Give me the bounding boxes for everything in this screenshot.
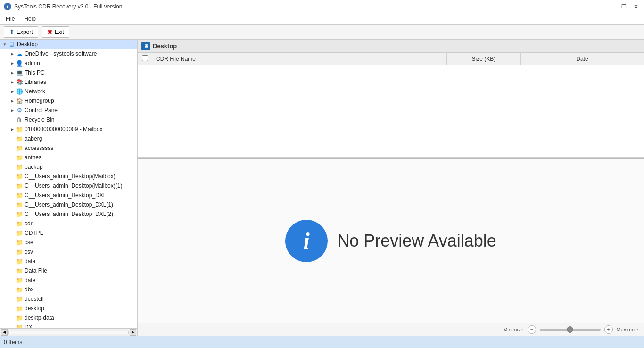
menu-help[interactable]: Help [20,15,40,23]
scroll-right-btn[interactable]: ▶ [130,329,136,336]
exit-icon: ✖ [47,28,53,36]
tree-item-cse[interactable]: 📁cse [0,238,137,247]
tree-label-anthes: anthes [25,154,41,161]
tree-label-thispc: This PC [25,69,45,76]
tree-item-cusers_mailbox1[interactable]: 📁C__Users_admin_Desktop(Mailbox)(1) [0,181,137,191]
tree-panel: 🖥Desktop☁OneDrive - systools software👤ad… [0,40,138,336]
tree-item-cusers_mailbox[interactable]: 📁C__Users_admin_Desktop(Mailbox) [0,172,137,181]
tree-item-cusers_dxl1[interactable]: 📁C__Users_admin_Desktop_DXL(1) [0,200,137,209]
zoom-bar: Minimize － ＋ Maximize [138,323,644,336]
tree-item-csv[interactable]: 📁csv [0,247,137,257]
tree-icon-aaberg: 📁 [16,135,23,142]
zoom-slider[interactable] [540,329,601,331]
tree-icon-backup: 📁 [16,163,23,171]
tree-icon-cusers_dxl2: 📁 [16,210,23,218]
tree-icon-homegroup: 🏠 [16,97,23,105]
tree-item-cdtpl[interactable]: 📁CDTPL [0,228,137,238]
file-table: CDR File Name Size (KB) Date [138,53,644,65]
tree-arrow-desktop[interactable] [2,41,8,47]
tree-item-desktop_item[interactable]: 📁desktop [0,304,137,313]
zoom-in-btn[interactable]: ＋ [604,325,613,334]
tree-item-admin[interactable]: 👤admin [0,58,137,68]
tree-item-data[interactable]: 📁data [0,257,137,266]
tree-arrow-onedrive[interactable] [9,51,15,57]
tree-item-onedrive[interactable]: ☁OneDrive - systools software [0,49,137,58]
exit-label: Exit [55,29,64,35]
right-panel: 🖥 Desktop CDR File Name Size (KB) Date [138,40,644,336]
tree-item-backup[interactable]: 📁backup [0,162,137,172]
tree-item-accessssss[interactable]: 📁accessssss [0,143,137,153]
tree-arrow-controlpanel[interactable] [9,108,15,113]
tree-item-datafile[interactable]: 📁Data File [0,266,137,275]
tree-icon-cdr: 📁 [16,220,23,227]
tree-item-date[interactable]: 📁date [0,275,137,285]
tree-label-cdtpl: CDTPL [25,230,43,236]
tree-icon-onedrive: ☁ [16,50,23,58]
tree-item-desktop[interactable]: 🖥Desktop [0,40,137,49]
tree-label-date: date [25,277,35,283]
tree-icon-cdtpl: 📁 [16,229,23,237]
tree-item-network[interactable]: 🌐Network [0,87,137,96]
tree-label-homegroup: Homegroup [25,98,54,104]
export-icon: ⬆ [9,28,15,36]
tree-label-csv: csv [25,249,33,255]
tree-arrow-libraries[interactable] [9,79,15,85]
scroll-track[interactable] [8,331,129,334]
tree-item-homegroup[interactable]: 🏠Homegroup [0,96,137,106]
tree-item-anthes[interactable]: 📁anthes [0,153,137,162]
tree-item-libraries[interactable]: 📚Libraries [0,77,137,87]
exit-button[interactable]: ✖ Exit [42,26,69,38]
tree-arrow-mailbox1[interactable] [9,126,15,132]
tree-icon-anthes: 📁 [16,154,23,161]
tree-icon-accessssss: 📁 [16,144,23,152]
tree-label-cusers_dxl: C__Users_admin_Desktop_DXL [25,192,106,199]
tree-item-desktp_data[interactable]: 📁desktp-data [0,313,137,323]
tree-item-controlpanel[interactable]: ⚙Control Panel [0,106,137,115]
app-icon: ♦ [4,3,11,10]
tree-icon-cse: 📁 [16,239,23,246]
col-name-header: CDR File Name [152,53,447,65]
close-button[interactable]: ✕ [632,2,640,11]
tree-item-aaberg[interactable]: 📁aaberg [0,134,137,143]
tree-icon-cusers_mailbox: 📁 [16,173,23,180]
tree-arrow-network[interactable] [9,89,15,94]
file-table-scroll[interactable]: CDR File Name Size (KB) Date [138,53,644,157]
tree-label-cusers_mailbox: C__Users_admin_Desktop(Mailbox) [25,173,116,180]
tree-icon-dbx: 📁 [16,286,23,293]
tree-item-cusers_dxl[interactable]: 📁C__Users_admin_Desktop_DXL [0,191,137,200]
maximize-button[interactable]: ❐ [619,2,628,11]
main-container: 🖥Desktop☁OneDrive - systools software👤ad… [0,40,644,336]
tree-arrow-homegroup[interactable] [9,98,15,104]
tree-icon-mailbox1: 📁 [16,125,23,133]
tree-icon-thispc: 💻 [16,69,23,76]
tree-label-controlpanel: Control Panel [25,107,59,114]
menu-file[interactable]: File [2,15,18,23]
menu-bar: File Help [0,13,644,25]
tree-arrow-admin[interactable] [9,60,15,66]
tree-item-cdr[interactable]: 📁cdr [0,219,137,228]
tree-item-dcostell[interactable]: 📁dcostell [0,294,137,304]
tree-label-cusers_dxl1: C__Users_admin_Desktop_DXL(1) [25,201,113,208]
table-header: CDR File Name Size (KB) Date [138,53,644,65]
tree-hscrollbar[interactable]: ◀ ▶ [0,328,137,336]
tree-arrow-thispc[interactable] [9,70,15,75]
tree-item-thispc[interactable]: 💻This PC [0,68,137,77]
scroll-left-btn[interactable]: ◀ [1,329,8,336]
select-all-checkbox[interactable] [142,55,148,61]
tree-icon-controlpanel: ⚙ [16,107,23,114]
minimize-button[interactable]: — [607,2,616,11]
export-button[interactable]: ⬆ Export [4,26,38,38]
app-icon-symbol: ♦ [6,4,8,9]
tree-label-network: Network [25,88,45,95]
zoom-out-btn[interactable]: － [528,325,536,334]
tree-label-cusers_dxl2: C__Users_admin_Desktop_DXL(2) [25,211,113,217]
tree-icon-cusers_mailbox1: 📁 [16,182,23,190]
tree-item-dbx[interactable]: 📁dbx [0,285,137,294]
tree-item-recycle[interactable]: 🗑Recycle Bin [0,115,137,124]
tree-item-mailbox1[interactable]: 📁01000000000000009 - Mailbox [0,124,137,134]
window-controls: — ❐ ✕ [607,2,640,11]
title-bar-left: ♦ SysTools CDR Recovery v3.0 - Full vers… [4,3,122,10]
tree-label-cdr: cdr [25,220,33,227]
maximize-zoom-label: Maximize [617,327,638,332]
tree-item-cusers_dxl2[interactable]: 📁C__Users_admin_Desktop_DXL(2) [0,209,137,219]
